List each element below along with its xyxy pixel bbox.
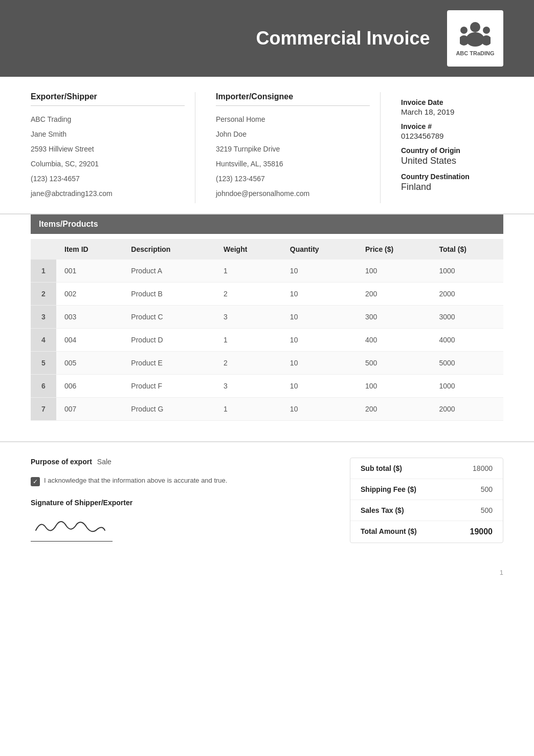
purpose-row: Purpose of export Sale (31, 458, 335, 466)
row-price: 300 (357, 306, 431, 329)
row-weight: 2 (215, 352, 282, 375)
row-description: Product C (123, 306, 215, 329)
tax-label: Sales Tax ($) (361, 506, 404, 514)
shipping-value: 500 (481, 485, 493, 493)
country-destination-value: Finland (401, 182, 503, 192)
row-quantity: 10 (282, 306, 357, 329)
country-origin-label: Country of Origin (401, 146, 503, 155)
row-total: 4000 (431, 329, 503, 352)
row-weight: 2 (215, 283, 282, 306)
row-quantity: 10 (282, 260, 357, 283)
row-number: 4 (31, 329, 56, 352)
subtotal-label: Sub total ($) (361, 464, 402, 472)
acknowledge-row: ✓ I acknowledge that the information abo… (31, 476, 335, 486)
row-quantity: 10 (282, 375, 357, 398)
purpose-value: Sale (97, 458, 112, 466)
row-description: Product A (123, 260, 215, 283)
col-header-num (31, 239, 56, 260)
importer-address2: Huntsville, AL, 35816 (216, 159, 370, 169)
col-header-weight: Weight (215, 239, 282, 260)
subtotal-row: Sub total ($) 18000 (350, 458, 503, 479)
tax-row: Sales Tax ($) 500 (350, 500, 503, 521)
items-table: Item ID Description Weight Quantity Pric… (31, 239, 503, 421)
exporter-name: Jane Smith (31, 129, 185, 140)
total-label: Total Amount ($) (361, 527, 417, 536)
row-description: Product G (123, 398, 215, 421)
invoice-date-label: Invoice Date (401, 98, 503, 106)
row-total: 1000 (431, 375, 503, 398)
exporter-label: Exporter/Shipper (31, 92, 185, 106)
importer-label: Importer/Consignee (216, 92, 370, 106)
importer-block: Importer/Consignee Personal Home John Do… (206, 92, 381, 203)
col-header-description: Description (123, 239, 215, 260)
row-item-id: 003 (56, 306, 123, 329)
acknowledge-text: I acknowledge that the information above… (44, 476, 227, 485)
row-total: 3000 (431, 306, 503, 329)
row-weight: 3 (215, 306, 282, 329)
row-quantity: 10 (282, 398, 357, 421)
invoice-number-value: 0123456789 (401, 132, 503, 140)
totals-box: Sub total ($) 18000 Shipping Fee ($) 500… (350, 458, 503, 543)
importer-phone: (123) 123-4567 (216, 174, 370, 184)
row-quantity: 10 (282, 352, 357, 375)
info-section: Exporter/Shipper ABC Trading Jane Smith … (0, 77, 534, 214)
row-total: 5000 (431, 352, 503, 375)
row-quantity: 10 (282, 329, 357, 352)
exporter-company: ABC Trading (31, 114, 185, 125)
table-row: 7 007 Product G 1 10 200 2000 (31, 398, 503, 421)
signature-area (31, 515, 113, 542)
col-header-price: Price ($) (357, 239, 431, 260)
table-row: 3 003 Product C 3 10 300 3000 (31, 306, 503, 329)
footer-section: Purpose of export Sale ✓ I acknowledge t… (0, 441, 534, 564)
importer-company: Personal Home (216, 114, 370, 125)
col-header-total: Total ($) (431, 239, 503, 260)
exporter-phone: (123) 123-4657 (31, 174, 185, 184)
invoice-number-label: Invoice # (401, 122, 503, 131)
exporter-block: Exporter/Shipper ABC Trading Jane Smith … (31, 92, 195, 203)
row-number: 1 (31, 260, 56, 283)
row-total: 1000 (431, 260, 503, 283)
row-price: 100 (357, 260, 431, 283)
exporter-address2: Columbia, SC, 29201 (31, 159, 185, 169)
footer-left: Purpose of export Sale ✓ I acknowledge t… (31, 458, 335, 543)
exporter-address1: 2593 Hillview Street (31, 144, 185, 155)
col-header-item-id: Item ID (56, 239, 123, 260)
row-item-id: 002 (56, 283, 123, 306)
row-quantity: 10 (282, 283, 357, 306)
checkmark-icon: ✓ (33, 478, 38, 485)
page-header: Commercial Invoice ABC TRaDING (0, 0, 534, 77)
country-origin-value: United States (401, 156, 503, 166)
row-number: 2 (31, 283, 56, 306)
svg-point-0 (470, 22, 480, 32)
row-total: 2000 (431, 398, 503, 421)
logo-icon (460, 20, 491, 48)
logo-text: ABC TRaDING (456, 50, 494, 57)
table-row: 5 005 Product E 2 10 500 5000 (31, 352, 503, 375)
table-row: 2 002 Product B 2 10 200 2000 (31, 283, 503, 306)
total-value: 19000 (470, 527, 493, 536)
row-price: 100 (357, 375, 431, 398)
row-weight: 1 (215, 260, 282, 283)
shipping-label: Shipping Fee ($) (361, 485, 416, 493)
total-row: Total Amount ($) 19000 (350, 521, 503, 543)
importer-address1: 3219 Turnpike Drive (216, 144, 370, 155)
svg-point-4 (483, 27, 490, 34)
subtotal-value: 18000 (473, 464, 493, 472)
signature-image (31, 515, 107, 535)
row-item-id: 004 (56, 329, 123, 352)
page-title: Commercial Invoice (239, 28, 447, 49)
row-number: 7 (31, 398, 56, 421)
row-description: Product F (123, 375, 215, 398)
table-row: 1 001 Product A 1 10 100 1000 (31, 260, 503, 283)
page-number: 1 (0, 564, 534, 587)
row-description: Product B (123, 283, 215, 306)
row-item-id: 005 (56, 352, 123, 375)
table-row: 4 004 Product D 1 10 400 4000 (31, 329, 503, 352)
items-section-title: Items/Products (31, 214, 503, 234)
importer-name: John Doe (216, 129, 370, 140)
acknowledge-checkbox[interactable]: ✓ (31, 477, 40, 486)
importer-email: johndoe@personalhome.com (216, 188, 370, 199)
exporter-email: jane@abctrading123.com (31, 188, 185, 199)
invoice-meta-block: Invoice Date March 18, 2019 Invoice # 01… (391, 92, 503, 203)
row-price: 400 (357, 329, 431, 352)
